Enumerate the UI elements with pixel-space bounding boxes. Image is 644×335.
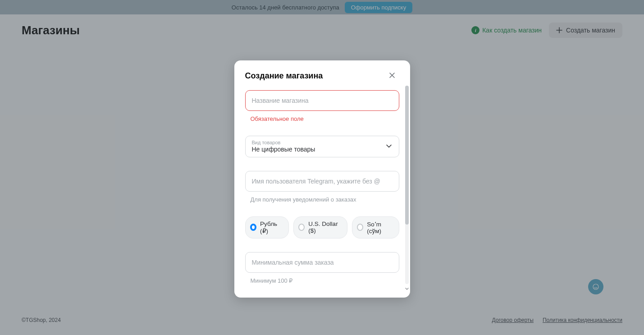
scrollbar-thumb[interactable]	[405, 86, 409, 225]
modal-body: Обязательное поле Вид товаров Не цифровы…	[234, 87, 410, 298]
currency-label: U.S. Dollar ($)	[308, 220, 341, 234]
modal-overlay[interactable]: Создание магазина Обязательное поле Вид …	[0, 0, 644, 335]
currency-radio-usd[interactable]: U.S. Dollar ($)	[293, 216, 347, 239]
goods-type-value: Не цифровые товары	[252, 146, 381, 153]
currency-radio-group: Рубль (₽) U.S. Dollar ($) Soʻm (сўм)	[245, 216, 399, 239]
min-order-helper: Минимум 100 ₽	[245, 273, 399, 284]
modal-header: Создание магазина	[234, 60, 410, 87]
radio-icon	[357, 224, 363, 231]
chevron-down-icon	[385, 142, 393, 151]
chevron-down-icon	[405, 285, 409, 289]
currency-label: Soʻm (сўм)	[367, 220, 392, 234]
close-icon	[389, 72, 395, 80]
goods-type-select[interactable]: Вид товаров Не цифровые товары	[245, 136, 399, 157]
modal-title: Создание магазина	[245, 71, 323, 81]
scrollbar-track	[405, 86, 409, 284]
currency-label: Рубль (₽)	[260, 220, 282, 234]
create-shop-modal: Создание магазина Обязательное поле Вид …	[234, 60, 410, 298]
currency-radio-rub[interactable]: Рубль (₽)	[245, 216, 289, 239]
shop-name-error: Обязательное поле	[245, 111, 399, 122]
close-button[interactable]	[387, 70, 397, 81]
goods-type-label: Вид товаров	[252, 140, 381, 145]
currency-radio-som[interactable]: Soʻm (сўм)	[352, 216, 399, 239]
radio-icon	[298, 224, 305, 231]
telegram-username-input[interactable]	[245, 171, 399, 192]
min-order-input[interactable]	[245, 252, 399, 273]
telegram-username-helper: Для получения уведомлений о заказах	[245, 192, 399, 203]
radio-icon	[250, 224, 257, 231]
shop-name-input[interactable]	[245, 90, 399, 111]
modal-scrollbar[interactable]	[405, 86, 409, 289]
